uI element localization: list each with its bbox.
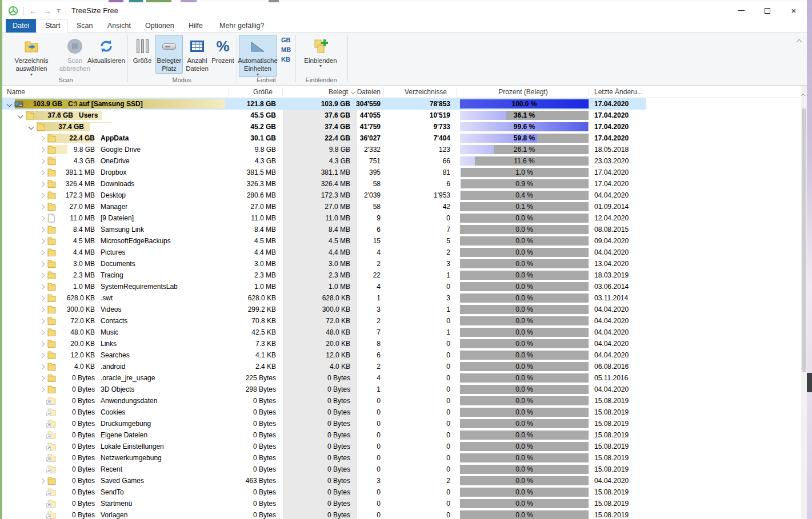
table-row[interactable]: 0 Bytes3D Objects298 Bytes0 Bytes100.0 %…	[2, 384, 807, 395]
table-row[interactable]: ➚0 BytesDruckumgebung0 Bytes0 Bytes000.0…	[2, 418, 807, 429]
table-row[interactable]: 1.0 MBSystemRequirementsLab1.0 MB1.0 MB4…	[2, 281, 807, 292]
table-row[interactable]: 37.4 GB45.2 GB37.4 GB41'7599'73399.6 %17…	[2, 121, 807, 132]
column-header-groesse[interactable]: Größe	[229, 86, 283, 98]
table-row[interactable]: ➚0 BytesRecent0 Bytes0 Bytes000.0 %15.08…	[2, 464, 807, 475]
back-icon[interactable]: ←	[29, 6, 38, 15]
collapse-node-icon[interactable]	[5, 102, 14, 106]
collapse-ribbon-icon[interactable]	[797, 36, 801, 46]
column-separator[interactable]	[383, 87, 384, 96]
table-row[interactable]: 4.5 MBMicrosoftEdgeBackups4.5 MB4.5 MB15…	[2, 235, 807, 247]
table-row[interactable]: ➚0 BytesNetzwerkumgebung0 Bytes0 Bytes00…	[2, 452, 807, 464]
select-directory-button[interactable]: Verzeichnis auswählen ▾	[7, 35, 56, 77]
size-mode-button[interactable]: Größe	[130, 35, 155, 65]
expand-node-icon[interactable]	[37, 228, 46, 232]
table-row[interactable]: ➚0 BytesAnwendungsdaten0 Bytes0 Bytes000…	[2, 395, 807, 407]
scroll-up-icon[interactable]	[802, 89, 805, 99]
tab-start[interactable]: Start	[38, 19, 67, 33]
column-separator[interactable]	[229, 87, 229, 96]
table-row[interactable]: 37.6 GBUsers45.5 GB37.6 GB44'05510'51936…	[2, 110, 807, 121]
scrollbar-thumb[interactable]	[802, 108, 806, 372]
percent-mode-button[interactable]: % Prozent	[211, 35, 234, 65]
tab-datei[interactable]: Datei	[6, 19, 36, 33]
column-header-verz[interactable]: Verzeichnisse	[384, 86, 457, 98]
expand-node-icon[interactable]	[37, 285, 46, 289]
expand-node-icon[interactable]	[37, 353, 46, 357]
expand-node-icon[interactable]	[37, 205, 46, 209]
customize-toolbar-icon[interactable]: ▾	[57, 9, 61, 13]
close-button[interactable]: ×	[781, 2, 807, 19]
table-row[interactable]: 27.0 MBManager27.0 MB27.0 MB58420.1 %01.…	[2, 201, 807, 212]
show-columns-button[interactable]: Einblenden ▾	[300, 35, 341, 69]
tab-hilfe[interactable]: Hilfe	[182, 19, 210, 33]
expand-node-icon[interactable]	[37, 388, 46, 392]
table-row[interactable]: 4.4 MBPictures4.4 MB4.4 MB420.0 %04.04.2…	[2, 247, 807, 258]
maximize-button[interactable]	[754, 2, 781, 19]
column-separator[interactable]	[589, 87, 589, 96]
expand-node-icon[interactable]	[37, 216, 46, 220]
tab-scan[interactable]: Scan	[70, 19, 100, 33]
unit-kb-button[interactable]: KB	[279, 55, 293, 63]
table-row[interactable]: 9.8 GBGoogle Drive9.8 GB9.8 GB2'33212326…	[2, 144, 807, 155]
expand-node-icon[interactable]	[37, 273, 46, 277]
expand-node-icon[interactable]	[37, 148, 46, 152]
tab-mehr-gefaellig[interactable]: Mehr gefällig?	[213, 19, 271, 33]
table-row[interactable]: ➚0 BytesLokale Einstellungen0 Bytes0 Byt…	[2, 441, 807, 452]
table-row[interactable]: ➚0 BytesSendTo0 Bytes0 Bytes000.0 %15.08…	[2, 486, 807, 498]
expand-node-icon[interactable]	[37, 376, 46, 380]
table-row[interactable]: ➚0 BytesVorlagen0 Bytes0 Bytes000.0 %15.…	[2, 509, 807, 519]
unit-gb-button[interactable]: GB	[279, 36, 293, 44]
table-row[interactable]: 628.0 KB.swt628.0 KB628.0 KB130.0 %03.11…	[2, 292, 807, 304]
expand-node-icon[interactable]	[37, 171, 46, 175]
collapse-node-icon[interactable]	[15, 114, 25, 118]
unit-mb-button[interactable]: MB	[279, 46, 293, 54]
column-header-pct[interactable]: Prozent (Belegt)	[457, 86, 589, 98]
table-row[interactable]: 2.3 MBTracing2.3 MB2.3 MB2210.0 %18.03.2…	[2, 269, 807, 281]
expand-node-icon[interactable]	[37, 365, 46, 369]
expand-node-icon[interactable]	[37, 182, 46, 186]
table-row[interactable]: 12.0 KBSearches4.1 KB12.0 KB600.0 %04.04…	[2, 349, 807, 361]
table-row[interactable]: 326.4 MBDownloads326.3 MB326.4 MB5860.9 …	[2, 178, 807, 190]
refresh-button[interactable]: Aktualisieren	[86, 35, 127, 65]
expand-node-icon[interactable]	[37, 262, 46, 266]
table-row[interactable]: 0 Bytes.oracle_jre_usage225 Bytes0 Bytes…	[2, 372, 807, 384]
table-row[interactable]: 22.4 GBAppData30.1 GB22.4 GB36'0277'4045…	[2, 132, 807, 144]
table-row[interactable]: 0 BytesSaved Games463 Bytes0 Bytes320.0 …	[2, 475, 807, 486]
table-row[interactable]: 8.4 MBSamsung Link8.4 MB8.4 MB670.0 %08.…	[2, 224, 807, 235]
expand-node-icon[interactable]	[37, 239, 46, 243]
expand-node-icon[interactable]	[37, 296, 46, 300]
column-header-name[interactable]: Name	[2, 86, 229, 98]
table-row[interactable]: 300.0 KBVideos299.2 KB300.0 KB310.0 %04.…	[2, 304, 807, 315]
table-row[interactable]: 48.0 KBMusic42.5 KB48.0 KB710.0 %04.04.2…	[2, 327, 807, 338]
tab-ansicht[interactable]: Ansicht	[101, 19, 138, 33]
forward-icon[interactable]: →	[43, 6, 51, 15]
minimize-button[interactable]	[728, 2, 754, 19]
table-row[interactable]: ➚0 BytesStartmenü0 Bytes0 Bytes000.0 %15…	[2, 498, 807, 509]
column-separator[interactable]	[357, 87, 357, 96]
table-row[interactable]: 381.1 MBDropbox381.5 MB381.1 MB395811.0 …	[2, 167, 807, 178]
expand-node-icon[interactable]	[37, 319, 46, 323]
table-row[interactable]: 20.0 KBLinks7.3 KB20.0 KB800.0 %04.04.20…	[2, 338, 807, 349]
expand-node-icon[interactable]	[37, 308, 46, 312]
expand-node-icon[interactable]	[37, 251, 46, 255]
column-header-dateien[interactable]: Dateien	[357, 86, 384, 98]
allocated-space-mode-button[interactable]: Belegter Platz	[155, 35, 183, 74]
expand-node-icon[interactable]	[37, 342, 46, 346]
vertical-scrollbar[interactable]	[801, 86, 807, 519]
column-header-datum[interactable]: Letzte Änderu...	[589, 86, 646, 98]
table-row[interactable]: 3.0 MBDocuments3.0 MB3.0 MB230.0 %13.04.…	[2, 258, 807, 269]
expand-node-icon[interactable]	[37, 159, 46, 163]
expand-node-icon[interactable]	[37, 136, 46, 140]
table-row[interactable]: ➚0 BytesCookies0 Bytes0 Bytes000.0 %15.0…	[2, 407, 807, 418]
table-row[interactable]: 72.0 KBContacts70.8 KB72.0 KB200.0 %04.0…	[2, 315, 807, 327]
table-row[interactable]: 11.0 MB[9 Dateien]11.0 MB11.0 MB900.0 %1…	[2, 212, 807, 224]
automatic-units-button[interactable]: Automatische Einheiten ▾	[239, 35, 277, 77]
expand-node-icon[interactable]	[37, 479, 46, 483]
expand-node-icon[interactable]	[37, 331, 46, 335]
table-row[interactable]: 4.0 KB.android2.4 KB4.0 KB200.0 %06.08.2…	[2, 361, 807, 372]
column-separator[interactable]	[457, 87, 457, 96]
file-count-mode-button[interactable]: Anzahl Dateien	[183, 35, 211, 74]
table-row[interactable]: 103.9 GBC:\ auf [Samsung SSD]121.8 GB103…	[2, 98, 807, 110]
expand-node-icon[interactable]	[37, 194, 46, 198]
tab-optionen[interactable]: Optionen	[138, 19, 181, 33]
column-separator[interactable]	[282, 87, 283, 96]
